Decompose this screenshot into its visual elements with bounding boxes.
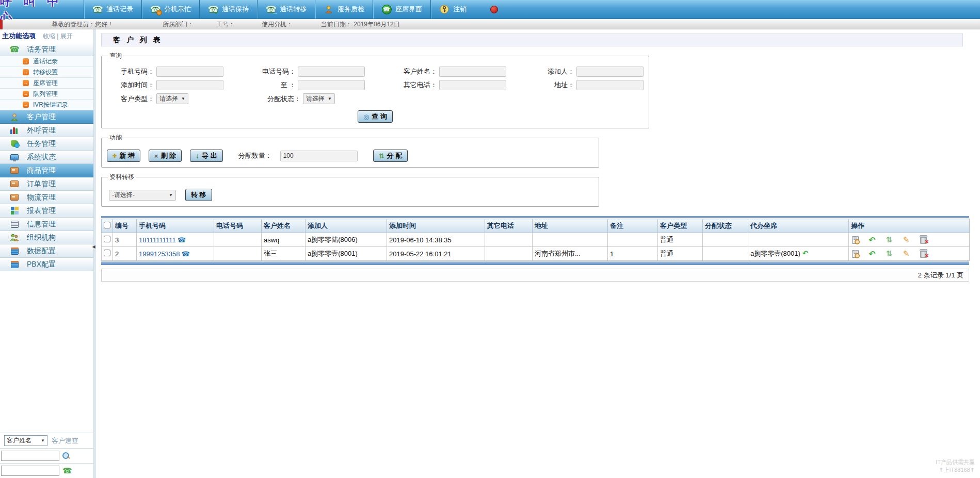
transfer-target-select[interactable]: -请选择- ▼ — [109, 190, 176, 201]
sidebar-item-report-management[interactable]: 报表管理 — [0, 204, 93, 218]
delete-icon[interactable] — [919, 250, 927, 258]
notepad-icon — [9, 220, 20, 229]
nav-label: 通话记录 — [106, 5, 133, 14]
quick-search-input[interactable] — [1, 451, 59, 461]
cell-other-phone — [485, 247, 533, 261]
assign-status-select[interactable]: 请选择 ▼ — [303, 93, 335, 104]
mobile-input[interactable] — [156, 67, 223, 77]
quick-search-field-select[interactable]: 客户姓名 ▼ — [4, 435, 47, 446]
reassign-icon[interactable]: ⇅ — [885, 250, 893, 258]
extension-label: 使用分机： — [262, 20, 293, 29]
address-input[interactable] — [576, 80, 644, 90]
bar-chart-icon — [9, 126, 20, 135]
search-icon[interactable] — [62, 452, 70, 460]
add-button[interactable]: + 新 增 — [107, 150, 140, 162]
box-icon — [9, 179, 20, 189]
view-detail-icon[interactable] — [851, 250, 859, 258]
quick-search-panel: 客户姓名 ▼ 客户速查 ☎ — [0, 433, 93, 478]
row-checkbox[interactable] — [104, 250, 110, 256]
sidebar-item-label: 系统状态 — [27, 153, 56, 162]
phone-label: 电话号码： — [248, 67, 296, 76]
edit-icon[interactable]: ✎ — [902, 236, 910, 244]
nav-call-hold[interactable]: ☎✓ 通话保持 — [199, 0, 257, 19]
sidebar-subitem-queue-management[interactable]: → 队列管理 — [0, 89, 93, 100]
sidebar-subitem-call-records[interactable]: → 通话记录 — [0, 56, 93, 67]
delete-button-label: 删 除 — [160, 151, 176, 160]
task-icon — [9, 139, 20, 149]
col-phone: 电话号码 — [214, 219, 262, 233]
sidebar-item-outbound-management[interactable]: 外呼管理 — [0, 124, 93, 137]
sidebar-item-product-management[interactable]: 商品管理 — [0, 164, 93, 177]
view-detail-icon[interactable] — [851, 236, 859, 244]
customer-type-value: 请选择 — [159, 94, 178, 103]
sidebar-item-data-config[interactable]: 数据配置 — [0, 244, 93, 258]
query-button[interactable]: ◎ 查 询 — [358, 110, 393, 123]
nav-agent-interface[interactable]: ☎ 座席界面 — [373, 0, 430, 19]
add-button-label: 新 增 — [119, 151, 135, 160]
sidebar-subitem-label: 转移设置 — [33, 68, 58, 77]
phone-transfer-icon: ☎→ — [266, 4, 276, 14]
sidebar-subitem-agent-management[interactable]: → 座席管理 — [0, 78, 93, 89]
service-person-icon — [324, 4, 334, 14]
sidebar-item-logistics-management[interactable]: 物流管理 — [0, 191, 93, 204]
dial-icon[interactable]: ☎ — [182, 250, 190, 258]
sidebar-subitem-ivr-records[interactable]: → IVR按键记录 — [0, 100, 93, 110]
sidebar-subitem-transfer-settings[interactable]: → 转移设置 — [0, 67, 93, 78]
chevron-down-icon: ▼ — [169, 193, 173, 197]
assign-button[interactable]: ⇅ 分 配 — [373, 150, 408, 162]
assign-count-input[interactable] — [280, 151, 358, 161]
nav-call-transfer[interactable]: ☎→ 通话转移 — [257, 0, 315, 19]
dial-phone-icon[interactable]: ☎ — [62, 466, 72, 475]
added-time-from-input[interactable] — [156, 80, 223, 90]
mobile-link[interactable]: 18111111111 — [139, 236, 176, 244]
cell-agent: a捌零零壹(8001)↶ — [748, 247, 849, 261]
collapse-expand-links[interactable]: 收缩 | 展开 — [43, 32, 73, 41]
return-icon[interactable]: ↶ — [868, 236, 876, 244]
nav-logout[interactable]: 注销 — [430, 0, 475, 19]
sidebar-item-label: 客户管理 — [27, 112, 56, 122]
assign-arrows-icon: ⇅ — [379, 152, 384, 160]
other-phone-input[interactable] — [439, 80, 506, 90]
sidebar-item-task-management[interactable]: 任务管理 — [0, 137, 93, 151]
agent-return-icon[interactable]: ↶ — [802, 249, 809, 257]
dial-icon[interactable]: ☎ — [178, 236, 186, 244]
return-icon[interactable]: ↶ — [868, 250, 876, 258]
quick-dial-input[interactable] — [1, 466, 59, 476]
sidebar-item-order-management[interactable]: 订单管理 — [0, 177, 93, 191]
phone-hold-icon: ☎✓ — [208, 4, 218, 14]
sidebar-item-label: 任务管理 — [27, 139, 56, 149]
cell-added-by: a捌零零陆(8006) — [306, 233, 387, 247]
sidebar-item-organization[interactable]: 组织机构 — [0, 231, 93, 244]
box-icon — [9, 166, 20, 175]
sidebar-item-info-management[interactable]: 信息管理 — [0, 218, 93, 231]
sidebar-item-call-management[interactable]: ☎ 话务管理 — [0, 43, 93, 56]
export-button[interactable]: ↓ 导 出 — [190, 150, 223, 162]
customer-name-input[interactable] — [439, 67, 506, 77]
sidebar-item-pbx-config[interactable]: PBX配置 — [0, 258, 93, 271]
cell-name: aswq — [262, 233, 306, 247]
page-title: 客 户 列 表 — [101, 34, 963, 46]
adder-input[interactable] — [576, 67, 644, 77]
nav-extension-busy[interactable]: ☎− 分机示忙 — [141, 0, 199, 19]
sidebar-item-customer-management[interactable]: 客户管理 — [0, 110, 93, 124]
mobile-link[interactable]: 19991253358 — [139, 250, 180, 258]
sidebar-collapse-handle[interactable]: ◀ — [91, 235, 96, 258]
nav-call-records[interactable]: ☎ 通话记录 — [84, 0, 141, 19]
edit-icon[interactable]: ✎ — [902, 250, 910, 258]
customer-type-select[interactable]: 请选择 ▼ — [156, 93, 188, 104]
select-all-checkbox[interactable] — [104, 222, 110, 228]
sidebar-item-label: 物流管理 — [27, 193, 56, 202]
delete-icon[interactable] — [919, 236, 927, 244]
status-red-dot[interactable] — [490, 6, 498, 13]
nav-service-qc[interactable]: 服务质检 — [315, 0, 373, 19]
delete-button[interactable]: × 删 除 — [149, 150, 182, 162]
arrow-icon: → — [23, 58, 29, 64]
phone-input[interactable] — [298, 67, 365, 77]
row-checkbox[interactable] — [104, 236, 110, 242]
added-time-to-input[interactable] — [298, 80, 365, 90]
cell-assign-status — [703, 247, 748, 261]
col-id: 编号 — [113, 219, 137, 233]
transfer-button[interactable]: 转 移 — [185, 189, 212, 201]
reassign-icon[interactable]: ⇅ — [885, 236, 893, 244]
sidebar-item-system-status[interactable]: 系统状态 — [0, 151, 93, 164]
